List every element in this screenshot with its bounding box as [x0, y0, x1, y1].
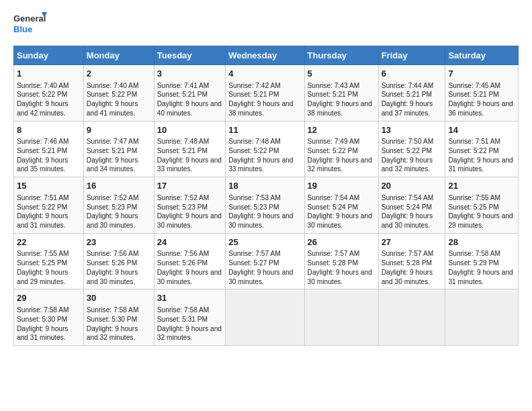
- sunset-label: Sunset: 5:23 PM: [228, 203, 279, 211]
- sunrise-label: Sunrise: 7:58 AM: [157, 306, 210, 314]
- sunset-label: Sunset: 5:22 PM: [87, 91, 137, 98]
- daylight-label: Daylight: 9 hours and 29 minutes.: [448, 212, 513, 229]
- sunrise-label: Sunrise: 7:41 AM: [157, 82, 210, 89]
- weekday-header-thursday: Thursday: [304, 46, 378, 65]
- day-number: 2: [87, 68, 151, 80]
- sunrise-label: Sunrise: 7:51 AM: [448, 138, 500, 145]
- daylight-label: Daylight: 9 hours and 37 minutes.: [382, 100, 433, 117]
- daylight-label: Daylight: 9 hours and 40 minutes.: [157, 100, 222, 117]
- daylight-label: Daylight: 9 hours and 30 minutes.: [87, 269, 138, 285]
- calendar-cell: 8 Sunrise: 7:46 AM Sunset: 5:21 PM Dayli…: [14, 121, 84, 177]
- calendar-cell: 22 Sunrise: 7:55 AM Sunset: 5:25 PM Dayl…: [14, 233, 84, 289]
- day-number: 12: [308, 124, 375, 136]
- daylight-label: Daylight: 9 hours and 32 minutes.: [382, 156, 433, 173]
- sunset-label: Sunset: 5:21 PM: [308, 91, 358, 98]
- sunset-label: Sunset: 5:25 PM: [17, 259, 67, 267]
- calendar-cell: [304, 289, 378, 346]
- sunset-label: Sunset: 5:21 PM: [157, 91, 208, 98]
- daylight-label: Daylight: 9 hours and 38 minutes.: [308, 100, 372, 117]
- calendar-cell: 14 Sunrise: 7:51 AM Sunset: 5:22 PM Dayl…: [445, 121, 519, 177]
- calendar-cell: 23 Sunrise: 7:56 AM Sunset: 5:26 PM Dayl…: [83, 233, 154, 289]
- daylight-label: Daylight: 9 hours and 30 minutes.: [228, 269, 293, 285]
- sunset-label: Sunset: 5:26 PM: [87, 259, 137, 267]
- daylight-label: Daylight: 9 hours and 30 minutes.: [157, 212, 222, 229]
- sunrise-label: Sunrise: 7:56 AM: [157, 250, 210, 257]
- sunrise-label: Sunrise: 7:54 AM: [308, 194, 360, 201]
- daylight-label: Daylight: 9 hours and 33 minutes.: [228, 156, 293, 173]
- calendar-cell: 25 Sunrise: 7:57 AM Sunset: 5:27 PM Dayl…: [226, 233, 304, 289]
- daylight-label: Daylight: 9 hours and 35 minutes.: [17, 156, 68, 173]
- weekday-header-tuesday: Tuesday: [154, 46, 225, 65]
- daylight-label: Daylight: 9 hours and 36 minutes.: [448, 100, 513, 117]
- sunrise-label: Sunrise: 7:51 AM: [17, 194, 69, 201]
- day-number: 24: [157, 236, 222, 248]
- sunset-label: Sunset: 5:21 PM: [87, 147, 137, 154]
- calendar-cell: 15 Sunrise: 7:51 AM Sunset: 5:22 PM Dayl…: [14, 177, 84, 234]
- daylight-label: Daylight: 9 hours and 32 minutes.: [308, 156, 372, 173]
- calendar-cell: 18 Sunrise: 7:53 AM Sunset: 5:23 PM Dayl…: [226, 177, 304, 234]
- day-number: 29: [17, 292, 81, 304]
- logo-svg: General Blue: [13, 11, 47, 40]
- daylight-label: Daylight: 9 hours and 41 minutes.: [87, 100, 138, 117]
- sunset-label: Sunset: 5:22 PM: [17, 203, 67, 211]
- calendar-cell: 5 Sunrise: 7:43 AM Sunset: 5:21 PM Dayli…: [304, 65, 378, 122]
- daylight-label: Daylight: 9 hours and 29 minutes.: [17, 269, 68, 285]
- sunset-label: Sunset: 5:23 PM: [157, 203, 208, 211]
- day-number: 13: [382, 124, 443, 136]
- sunrise-label: Sunrise: 7:40 AM: [87, 82, 139, 89]
- week-row-3: 15 Sunrise: 7:51 AM Sunset: 5:22 PM Dayl…: [14, 177, 519, 234]
- sunset-label: Sunset: 5:24 PM: [308, 203, 358, 211]
- calendar-cell: 27 Sunrise: 7:57 AM Sunset: 5:28 PM Dayl…: [378, 233, 445, 289]
- sunset-label: Sunset: 5:22 PM: [228, 147, 279, 154]
- day-number: 15: [17, 180, 81, 192]
- day-number: 4: [228, 68, 301, 80]
- sunset-label: Sunset: 5:31 PM: [157, 316, 208, 323]
- daylight-label: Daylight: 9 hours and 31 minutes.: [17, 325, 68, 342]
- day-number: 7: [448, 68, 515, 80]
- daylight-label: Daylight: 9 hours and 31 minutes.: [448, 269, 513, 285]
- daylight-label: Daylight: 9 hours and 30 minutes.: [87, 212, 138, 229]
- daylight-label: Daylight: 9 hours and 32 minutes.: [87, 325, 138, 342]
- week-row-5: 29 Sunrise: 7:58 AM Sunset: 5:30 PM Dayl…: [14, 289, 519, 346]
- sunset-label: Sunset: 5:21 PM: [448, 91, 498, 98]
- calendar-cell: 31 Sunrise: 7:58 AM Sunset: 5:31 PM Dayl…: [154, 289, 225, 346]
- sunrise-label: Sunrise: 7:49 AM: [308, 138, 360, 145]
- day-number: 9: [87, 124, 151, 136]
- calendar-cell: [378, 289, 445, 346]
- daylight-label: Daylight: 9 hours and 31 minutes.: [448, 156, 513, 173]
- sunset-label: Sunset: 5:23 PM: [87, 203, 137, 211]
- calendar-cell: 20 Sunrise: 7:54 AM Sunset: 5:24 PM Dayl…: [378, 177, 445, 234]
- day-number: 18: [228, 180, 301, 192]
- sunrise-label: Sunrise: 7:42 AM: [228, 82, 281, 89]
- calendar-cell: 30 Sunrise: 7:58 AM Sunset: 5:30 PM Dayl…: [83, 289, 154, 346]
- logo: General Blue: [13, 11, 47, 40]
- daylight-label: Daylight: 9 hours and 31 minutes.: [17, 212, 68, 229]
- sunset-label: Sunset: 5:25 PM: [448, 203, 498, 211]
- calendar-cell: 29 Sunrise: 7:58 AM Sunset: 5:30 PM Dayl…: [14, 289, 84, 346]
- week-row-1: 1 Sunrise: 7:40 AM Sunset: 5:22 PM Dayli…: [14, 65, 519, 122]
- day-number: 27: [382, 236, 443, 248]
- sunset-label: Sunset: 5:22 PM: [17, 91, 67, 98]
- sunrise-label: Sunrise: 7:58 AM: [448, 250, 500, 257]
- week-row-2: 8 Sunrise: 7:46 AM Sunset: 5:21 PM Dayli…: [14, 121, 519, 177]
- daylight-label: Daylight: 9 hours and 34 minutes.: [87, 156, 138, 173]
- daylight-label: Daylight: 9 hours and 30 minutes.: [382, 269, 433, 285]
- sunset-label: Sunset: 5:24 PM: [382, 203, 432, 211]
- day-number: 19: [308, 180, 375, 192]
- sunrise-label: Sunrise: 7:58 AM: [87, 306, 139, 314]
- sunrise-label: Sunrise: 7:57 AM: [382, 250, 434, 257]
- day-number: 11: [228, 124, 301, 136]
- weekday-header-wednesday: Wednesday: [226, 46, 304, 65]
- daylight-label: Daylight: 9 hours and 30 minutes.: [157, 269, 222, 285]
- sunrise-label: Sunrise: 7:44 AM: [382, 82, 434, 89]
- calendar-cell: 4 Sunrise: 7:42 AM Sunset: 5:21 PM Dayli…: [226, 65, 304, 122]
- calendar-cell: 6 Sunrise: 7:44 AM Sunset: 5:21 PM Dayli…: [378, 65, 445, 122]
- calendar-cell: 7 Sunrise: 7:45 AM Sunset: 5:21 PM Dayli…: [445, 65, 519, 122]
- calendar-cell: 1 Sunrise: 7:40 AM Sunset: 5:22 PM Dayli…: [14, 65, 84, 122]
- weekday-header-row: SundayMondayTuesdayWednesdayThursdayFrid…: [14, 46, 519, 65]
- sunrise-label: Sunrise: 7:55 AM: [17, 250, 69, 257]
- day-number: 8: [17, 124, 81, 136]
- sunset-label: Sunset: 5:22 PM: [448, 147, 498, 154]
- svg-text:Blue: Blue: [13, 24, 32, 34]
- sunset-label: Sunset: 5:28 PM: [308, 259, 358, 267]
